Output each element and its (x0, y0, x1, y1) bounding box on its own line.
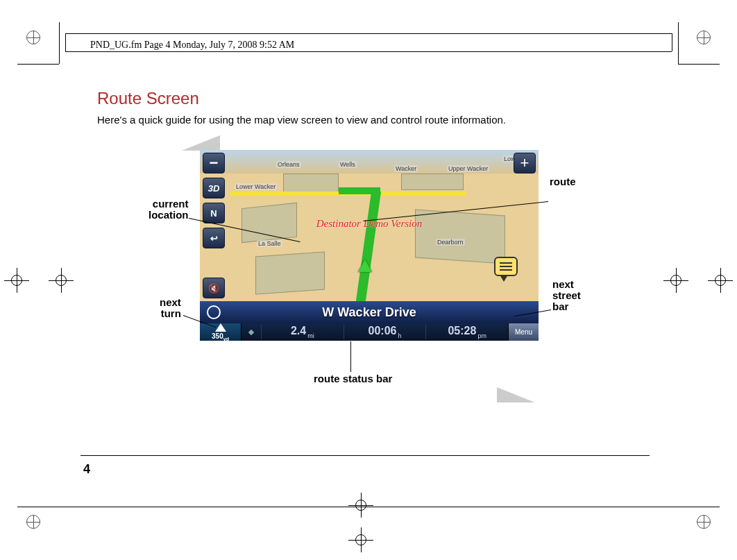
building (401, 173, 464, 190)
street-label-orleans: Orleans (276, 161, 301, 168)
callout-current-location: current location (149, 198, 189, 221)
header-rule (65, 33, 672, 34)
crop-cross (348, 493, 373, 518)
callout-next-turn: next turn (160, 297, 181, 319)
next-street-bar[interactable]: W Wacker Drive (200, 301, 539, 323)
header-rule (65, 33, 66, 51)
page-heading: Route Screen (97, 89, 199, 108)
street-label-wells: Wells (339, 161, 357, 168)
crop-cross (708, 268, 733, 293)
callout-next-street-bar: next street bar (552, 279, 581, 312)
svg-rect-1 (248, 329, 254, 334)
page-number: 4 (83, 462, 90, 477)
header-rule (65, 51, 672, 52)
back-button[interactable]: ↩ (203, 228, 225, 248)
next-street-name: W Wacker Drive (228, 305, 511, 320)
speed-limit-icon (200, 301, 228, 323)
view-3d-button[interactable]: 3D (203, 178, 225, 198)
mute-button[interactable]: 🔇 (203, 278, 225, 298)
current-location-arrow (358, 260, 372, 272)
building (415, 209, 505, 264)
route-status-bar[interactable]: 350yd 2.4mi 00:06h 05:28pm Menu (200, 323, 539, 341)
remaining-distance[interactable]: 2.4mi (261, 325, 344, 339)
header-text: PND_UG.fm Page 4 Monday, July 7, 2008 9:… (90, 40, 294, 51)
callout-route: route (550, 176, 576, 187)
crop-corner (59, 22, 60, 64)
info-bubble-button[interactable] (494, 257, 518, 276)
next-turn-box[interactable]: 350yd (200, 323, 242, 341)
crop-cross (663, 268, 688, 293)
decorative-triangle (182, 135, 220, 151)
header-rule (672, 33, 672, 51)
building (242, 203, 297, 243)
zoom-out-button[interactable]: − (203, 153, 225, 173)
satellite-icon (242, 327, 261, 338)
route-screen-figure: Orleans Wells Wacker Upper Wacker Lower … (200, 150, 539, 341)
turn-arrow-icon (215, 323, 226, 332)
callout-route-status-bar: route status bar (314, 373, 392, 384)
street-label-la-salle: La Salle (257, 240, 282, 247)
compass-button[interactable]: N (203, 203, 225, 223)
street-label-dearborn: Dearborn (436, 239, 465, 246)
arrival-time[interactable]: 05:28pm (425, 325, 508, 339)
remaining-time[interactable]: 00:06h (344, 325, 426, 339)
street-label-upper-wacker: Upper Wacker (447, 165, 489, 172)
reg-mark (26, 515, 40, 529)
reg-mark (697, 515, 711, 529)
reg-mark (26, 31, 40, 44)
reg-mark (697, 31, 711, 44)
callout-line (350, 341, 351, 372)
turn-distance: 350yd (212, 332, 229, 341)
map-area[interactable]: Orleans Wells Wacker Upper Wacker Lower … (200, 150, 539, 301)
building (283, 173, 339, 193)
crop-cross (49, 268, 74, 293)
street-label-lower-wacker: Lower Wacker (235, 183, 277, 190)
footer-rule (81, 455, 650, 456)
crop-corner (17, 64, 59, 65)
zoom-in-button[interactable]: + (514, 153, 536, 173)
crop-cross (4, 268, 29, 293)
crop-corner (678, 22, 679, 64)
intro-text: Here's a quick guide for using the map v… (97, 114, 506, 126)
route-line (356, 192, 381, 301)
svg-point-0 (207, 306, 220, 319)
crop-corner (678, 64, 720, 65)
crop-cross (348, 527, 373, 552)
building (255, 252, 325, 295)
menu-button[interactable]: Menu (508, 323, 539, 341)
street-label-wacker: Wacker (394, 165, 418, 172)
compass-label: N (210, 208, 217, 219)
bottom-rule (17, 507, 720, 507)
route-line (339, 187, 380, 194)
decorative-triangle (497, 387, 535, 402)
